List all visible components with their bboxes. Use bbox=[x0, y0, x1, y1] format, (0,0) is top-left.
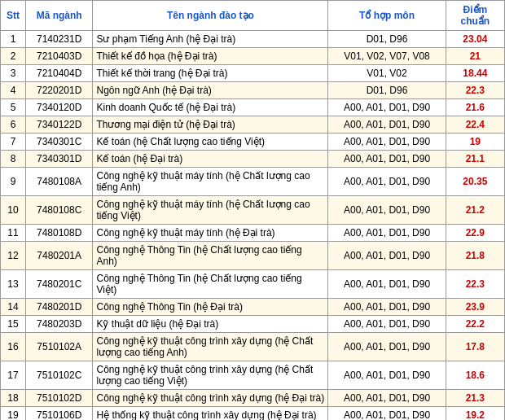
cell-tohop: A00, A01, D01, D90 bbox=[328, 116, 446, 133]
col-header-tohop: Tổ hợp môn bbox=[328, 1, 446, 31]
cell-ten: Kỹ thuật dữ liệu (hệ Đại trà) bbox=[93, 316, 328, 333]
cell-diem: 22.3 bbox=[446, 82, 504, 99]
cell-ten: Sư phạm Tiếng Anh (hệ Đại trà) bbox=[93, 31, 328, 48]
cell-ma: 7340301C bbox=[25, 133, 93, 151]
cell-ma: 7480108D bbox=[25, 225, 93, 242]
col-header-stt: Stt bbox=[1, 1, 26, 31]
cell-diem: 22.4 bbox=[446, 116, 504, 133]
cell-tohop: A00, A01, D01, D90 bbox=[328, 299, 446, 316]
table-row: 167510102ACông nghệ kỹ thuật công trình … bbox=[1, 333, 505, 361]
col-header-ma: Mã ngành bbox=[25, 1, 93, 31]
cell-diem: 23.9 bbox=[446, 299, 504, 316]
cell-stt: 1 bbox=[1, 31, 26, 48]
cell-ma: 7510106D bbox=[25, 407, 93, 421]
cell-diem: 22.9 bbox=[446, 225, 504, 242]
cell-stt: 8 bbox=[1, 151, 26, 168]
cell-stt: 10 bbox=[1, 196, 26, 225]
cell-diem: 22.3 bbox=[446, 270, 504, 299]
table-row: 137480201CCông nghệ Thông Tin (hệ Chất l… bbox=[1, 270, 505, 299]
cell-stt: 15 bbox=[1, 316, 26, 333]
cell-diem: 19.2 bbox=[446, 407, 504, 421]
cell-ma: 7510102C bbox=[25, 361, 93, 390]
cell-stt: 6 bbox=[1, 116, 26, 133]
cell-ma: 7340301D bbox=[25, 151, 93, 168]
col-header-ten: Tên ngành đào tạo bbox=[93, 1, 328, 31]
cell-ma: 7140231D bbox=[25, 31, 93, 48]
cell-stt: 11 bbox=[1, 225, 26, 242]
cell-diem: 21.6 bbox=[446, 99, 504, 116]
cell-stt: 14 bbox=[1, 299, 26, 316]
cell-diem: 21 bbox=[446, 48, 504, 65]
cell-ma: 7480108A bbox=[25, 168, 93, 196]
table-row: 77340301CKế toán (hệ Chất lượng cao tiến… bbox=[1, 133, 505, 151]
cell-stt: 16 bbox=[1, 333, 26, 361]
cell-ma: 7480201D bbox=[25, 299, 93, 316]
table-row: 177510102CCông nghệ kỹ thuật công trình … bbox=[1, 361, 505, 390]
table-row: 187510102DCông nghệ kỹ thuật công trình … bbox=[1, 390, 505, 407]
cell-tohop: D01, D96 bbox=[328, 31, 446, 48]
cell-tohop: A00, A01, D01, D90 bbox=[328, 270, 446, 299]
cell-tohop: A00, A01, D01, D90 bbox=[328, 196, 446, 225]
cell-ten: Kế toán (hệ Đại trà) bbox=[93, 151, 328, 168]
cell-stt: 13 bbox=[1, 270, 26, 299]
cell-tohop: A00, A01, D01, D90 bbox=[328, 133, 446, 151]
cell-ma: 7340122D bbox=[25, 116, 93, 133]
cell-ten: Hệ thống kỹ thuật công trình xây dựng (h… bbox=[93, 407, 328, 421]
cell-ten: Công nghệ kỹ thuật máy tính (hệ Đại trà) bbox=[93, 225, 328, 242]
cell-tohop: A00, A01, D01, D90 bbox=[328, 407, 446, 421]
cell-tohop: A00, A01, D01, D90 bbox=[328, 225, 446, 242]
cell-diem: 18.6 bbox=[446, 361, 504, 390]
cell-stt: 5 bbox=[1, 99, 26, 116]
table-row: 117480108DCông nghệ kỹ thuật máy tính (h… bbox=[1, 225, 505, 242]
table-row: 57340120DKinh doanh Quốc tế (hệ Đại trà)… bbox=[1, 99, 505, 116]
cell-ma: 7480108C bbox=[25, 196, 93, 225]
cell-diem: 21.8 bbox=[446, 242, 504, 270]
table-row: 17140231DSư phạm Tiếng Anh (hệ Đại trà)D… bbox=[1, 31, 505, 48]
cell-tohop: D01, D96 bbox=[328, 82, 446, 99]
cell-tohop: A00, A01, D01, D90 bbox=[328, 242, 446, 270]
table-row: 107480108CCông nghệ kỹ thuật máy tính (h… bbox=[1, 196, 505, 225]
cell-diem: 17.8 bbox=[446, 333, 504, 361]
cell-diem: 21.1 bbox=[446, 151, 504, 168]
cell-tohop: A00, A01, D01, D90 bbox=[328, 151, 446, 168]
cell-ma: 7210403D bbox=[25, 48, 93, 65]
cell-stt: 19 bbox=[1, 407, 26, 421]
cell-tohop: V01, V02, V07, V08 bbox=[328, 48, 446, 65]
cell-ma: 7510102D bbox=[25, 390, 93, 407]
cell-stt: 7 bbox=[1, 133, 26, 151]
table-row: 27210403DThiết kế đồ họa (hệ Đại trà)V01… bbox=[1, 48, 505, 65]
cell-tohop: A00, A01, D01, D90 bbox=[328, 168, 446, 196]
cell-diem: 21.2 bbox=[446, 196, 504, 225]
cell-diem: 22.2 bbox=[446, 316, 504, 333]
table-row: 97480108ACông nghệ kỹ thuật máy tính (hệ… bbox=[1, 168, 505, 196]
cell-tohop: A00, A01, D01, D90 bbox=[328, 316, 446, 333]
cell-tohop: A00, A01, D01, D90 bbox=[328, 390, 446, 407]
cell-diem: 20.35 bbox=[446, 168, 504, 196]
cell-ten: Thương mại điện tử (hệ Đại trà) bbox=[93, 116, 328, 133]
cell-ten: Công nghệ kỹ thuật công trình xây dựng (… bbox=[93, 361, 328, 390]
cell-diem: 21.3 bbox=[446, 390, 504, 407]
cell-diem: 23.04 bbox=[446, 31, 504, 48]
table-row: 37210404DThiết kế thời trang (hệ Đại trà… bbox=[1, 65, 505, 82]
cell-diem: 19 bbox=[446, 133, 504, 151]
cell-tohop: V01, V02 bbox=[328, 65, 446, 82]
cell-ma: 7480203D bbox=[25, 316, 93, 333]
cell-ma: 7510102A bbox=[25, 333, 93, 361]
main-table: Stt Mã ngành Tên ngành đào tạo Tổ hợp mô… bbox=[0, 0, 505, 420]
cell-ten: Công nghệ Thông Tin (hệ Chất lượng cao t… bbox=[93, 270, 328, 299]
cell-ten: Kế toán (hệ Chất lượng cao tiếng Việt) bbox=[93, 133, 328, 151]
cell-ma: 7210404D bbox=[25, 65, 93, 82]
cell-ma: 7480201C bbox=[25, 270, 93, 299]
cell-ten: Công nghệ kỹ thuật máy tính (hệ Chất lượ… bbox=[93, 168, 328, 196]
cell-stt: 2 bbox=[1, 48, 26, 65]
cell-ten: Công nghệ kỹ thuật máy tính (hệ Chất lượ… bbox=[93, 196, 328, 225]
cell-stt: 9 bbox=[1, 168, 26, 196]
cell-stt: 3 bbox=[1, 65, 26, 82]
cell-ten: Công nghệ kỹ thuật công trình xây dựng (… bbox=[93, 333, 328, 361]
col-header-diem: Điểm chuẩn bbox=[446, 1, 504, 31]
table-row: 127480201ACông nghệ Thông Tin (hệ Chất l… bbox=[1, 242, 505, 270]
cell-ten: Thiết kế đồ họa (hệ Đại trà) bbox=[93, 48, 328, 65]
cell-ten: Công nghệ kỹ thuật công trình xây dựng (… bbox=[93, 390, 328, 407]
cell-ma: 7220201D bbox=[25, 82, 93, 99]
cell-tohop: A00, A01, D01, D90 bbox=[328, 333, 446, 361]
